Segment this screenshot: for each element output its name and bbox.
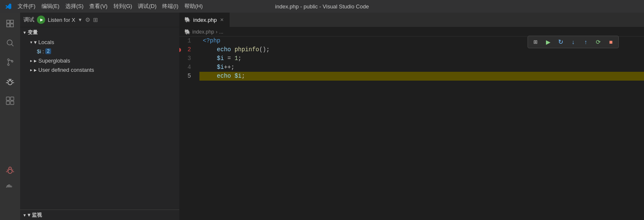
breadcrumb-file[interactable]: index.php — [192, 29, 214, 35]
debug-settings-icon[interactable]: ⚙ — [85, 16, 91, 23]
code-token-eq: = — [224, 54, 234, 63]
debug-step-into-button[interactable]: ↓ — [567, 37, 579, 47]
activity-source-control-icon[interactable] — [3, 55, 18, 70]
activity-extensions-icon[interactable] — [3, 93, 18, 108]
tab-name: index.php — [193, 17, 217, 23]
debug-step-out-button[interactable]: ↑ — [580, 37, 592, 47]
menu-view[interactable]: 查看(V) — [89, 3, 107, 10]
svg-rect-15 — [7, 186, 8, 187]
svg-point-7 — [8, 64, 9, 65]
debug-more-icon[interactable]: ⊞ — [93, 16, 98, 23]
menu-bar[interactable]: 文件(F) 编辑(E) 选择(S) 查看(V) 转到(G) 调试(D) 终端(I… — [18, 3, 203, 10]
variable-name: $i — [37, 48, 41, 55]
activity-search-icon[interactable] — [3, 35, 18, 50]
code-token-space2 — [231, 72, 234, 81]
code-token-phpinfo: phpinfo — [235, 45, 259, 54]
locals-chevron-icon: ▾ — [30, 40, 32, 45]
debug-restart-button[interactable]: ⟳ — [592, 37, 604, 47]
variables-header[interactable]: ▾ 变量 — [20, 27, 179, 37]
breakpoint-indicator — [179, 48, 181, 52]
superglobals-item[interactable]: ▸ ▸ Superglobals — [20, 56, 179, 65]
code-token-space — [231, 45, 234, 54]
breadcrumb-sep: › — [216, 29, 217, 35]
code-content[interactable]: <?php echo phpinfo(); $i = 1; $i++; echo… — [199, 37, 644, 220]
breadcrumb-icon: 🐘 — [184, 29, 191, 35]
line-number-3: 3 — [179, 54, 194, 63]
svg-point-4 — [7, 40, 12, 45]
debug-stop-button[interactable]: ■ — [605, 37, 617, 47]
variable-item[interactable]: $i : 2 — [20, 47, 179, 56]
tab-close-button[interactable]: ✕ — [219, 17, 225, 23]
line-number-2: 2 — [179, 45, 194, 54]
watch-header[interactable]: ▾ ▾ 监视 — [20, 210, 179, 220]
activity-bar — [0, 13, 20, 220]
code-token: <?php — [203, 37, 220, 45]
debug-continue-button[interactable]: ▶ — [542, 37, 554, 47]
main-layout: 调试 Listen for X ▼ ⚙ ⊞ ▾ 变量 ▾ ▾ Locals $i… — [0, 13, 644, 220]
variables-section: ▾ 变量 ▾ ▾ Locals $i : 2 ▸ ▸ Superglobals … — [20, 27, 179, 210]
line-numbers: 1 2 3 4 ▶ 5 — [179, 37, 199, 220]
code-token-i1: $i — [203, 54, 224, 63]
user-constants-label: ▸ User defined constants — [34, 67, 94, 73]
menu-terminal[interactable]: 终端(I) — [162, 3, 178, 10]
vscode-logo-icon — [5, 3, 12, 10]
debug-config-arrow[interactable]: ▼ — [78, 17, 83, 22]
user-constants-chevron-icon: ▸ — [30, 68, 32, 72]
debug-console-button[interactable]: ⊞ — [530, 37, 541, 47]
user-constants-item[interactable]: ▸ ▸ User defined constants — [20, 65, 179, 74]
breadcrumb: 🐘 index.php › ... — [179, 27, 644, 37]
menu-help[interactable]: 帮助(H) — [184, 3, 203, 10]
variables-chevron-icon: ▾ — [23, 30, 26, 35]
svg-rect-10 — [6, 97, 10, 100]
code-token-num1: 1 — [235, 54, 238, 63]
svg-point-14 — [8, 169, 12, 173]
activity-explorer-icon[interactable] — [3, 16, 18, 31]
activity-docker-icon[interactable] — [3, 180, 18, 195]
code-token-echo — [203, 45, 217, 54]
sidebar: 调试 Listen for X ▼ ⚙ ⊞ ▾ 变量 ▾ ▾ Locals $i… — [20, 13, 179, 220]
code-line-5: echo $i; — [199, 72, 644, 81]
svg-rect-0 — [7, 20, 10, 23]
code-token-echo4: echo — [217, 72, 231, 81]
code-editor[interactable]: 1 2 3 4 ▶ 5 <?php echo phpinfo(); $i = 1… — [179, 37, 644, 220]
menu-edit[interactable]: 编辑(E) — [41, 3, 59, 10]
debug-step-over-button[interactable]: ↻ — [555, 37, 566, 47]
activity-debug-icon[interactable] — [3, 74, 18, 89]
menu-file[interactable]: 文件(F) — [18, 3, 36, 10]
svg-rect-12 — [6, 101, 10, 105]
watch-section: ▾ ▾ 监视 — [20, 210, 179, 220]
code-token-paren: (); — [259, 45, 269, 54]
variable-separator: : — [42, 48, 44, 55]
svg-rect-11 — [10, 97, 14, 100]
code-token-semi2: ; — [241, 72, 245, 81]
activity-bug-icon[interactable] — [3, 163, 18, 178]
menu-select[interactable]: 选择(S) — [65, 3, 83, 10]
code-line-4: $i++; — [199, 63, 644, 72]
debug-config-name[interactable]: Listen for X — [48, 17, 75, 23]
tab-index-php[interactable]: 🐘 index.php ✕ — [179, 13, 230, 27]
editor-area: ⊞ ▶ ↻ ↓ ↑ ⟳ ■ 🐘 index.php ✕ 🐘 index.php … — [179, 13, 644, 220]
line-number-5: ▶ 5 — [179, 72, 194, 81]
svg-point-9 — [8, 81, 12, 85]
superglobals-label: ▸ Superglobals — [34, 58, 70, 64]
svg-rect-17 — [10, 186, 12, 187]
line-number-1: 1 — [179, 37, 194, 45]
activity-bottom-icons — [3, 163, 18, 195]
menu-debug[interactable]: 调试(D) — [138, 3, 156, 10]
watch-chevron-icon: ▾ — [23, 213, 26, 217]
code-token-echo3 — [203, 72, 217, 81]
code-token-inc: ++; — [224, 63, 234, 72]
debug-play-button[interactable] — [37, 16, 45, 24]
tab-php-icon: 🐘 — [184, 17, 191, 23]
svg-rect-2 — [7, 24, 10, 27]
breadcrumb-more[interactable]: ... — [219, 29, 223, 35]
svg-rect-13 — [10, 101, 14, 105]
debug-toolbar-row: 调试 Listen for X ▼ ⚙ ⊞ — [20, 13, 179, 27]
menu-goto[interactable]: 转到(G) — [114, 3, 132, 10]
locals-item[interactable]: ▾ ▾ Locals — [20, 37, 179, 47]
svg-line-5 — [12, 45, 14, 47]
locals-label: ▾ Locals — [34, 39, 54, 45]
svg-rect-3 — [10, 24, 13, 27]
code-token-echo2: echo — [217, 45, 231, 54]
code-token-i3: $i — [235, 72, 242, 81]
